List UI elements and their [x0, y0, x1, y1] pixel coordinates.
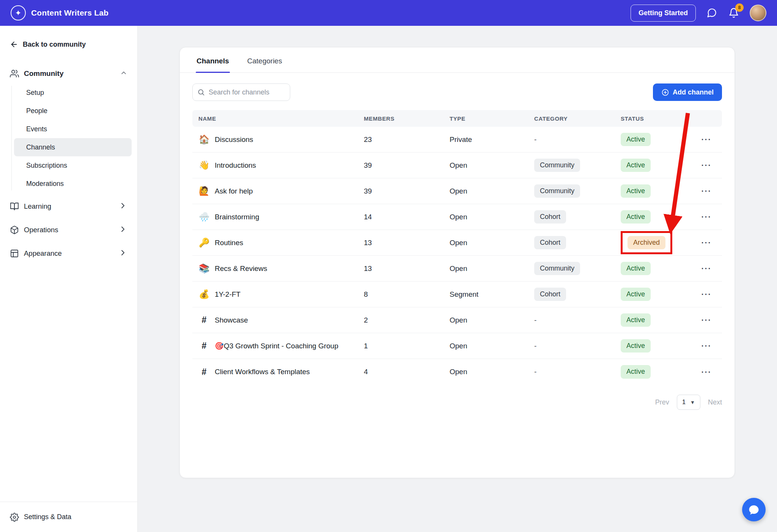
- learning-icon: [10, 202, 19, 211]
- sidebar-item-events[interactable]: Events: [14, 120, 132, 138]
- notification-count-badge: 8: [735, 3, 744, 12]
- brand-home-link[interactable]: ✦ Content Writers Lab: [11, 5, 109, 20]
- table-row[interactable]: 🔑 Routines 13 Open Cohort Archived ⋯: [192, 230, 722, 256]
- arrow-left-icon: [10, 40, 18, 49]
- table-row[interactable]: 🙋 Ask for help 39 Open Community Active …: [192, 178, 722, 204]
- sidebar-item-appearance[interactable]: Appearance: [0, 242, 137, 265]
- sidebar-item-moderations[interactable]: Moderations: [14, 175, 132, 193]
- row-actions-button[interactable]: ⋯: [698, 132, 715, 147]
- members-count: 8: [364, 290, 450, 299]
- row-actions-button[interactable]: ⋯: [698, 184, 715, 198]
- header-members: MEMBERS: [364, 115, 450, 122]
- channel-icon: #: [198, 367, 210, 377]
- category-badge: Cohort: [534, 288, 566, 301]
- category-badge: Community: [534, 262, 580, 275]
- add-channel-button[interactable]: Add channel: [653, 83, 722, 101]
- status-badge: Active: [621, 339, 651, 353]
- messages-icon[interactable]: [706, 7, 718, 19]
- page-select[interactable]: 1 ▼: [677, 395, 700, 410]
- table-row[interactable]: 🌧️ Brainstorming 14 Open Cohort Active ⋯: [192, 204, 722, 230]
- category-badge: Cohort: [534, 210, 566, 224]
- channel-icon: #: [198, 341, 210, 351]
- settings-and-data-link[interactable]: Settings & Data: [0, 502, 137, 532]
- sidebar-item-subscriptions[interactable]: Subscriptions: [14, 156, 132, 175]
- pagination: Prev 1 ▼ Next: [192, 395, 722, 410]
- sidebar-item-learning[interactable]: Learning: [0, 195, 137, 218]
- table-row[interactable]: 👋 Introductions 39 Open Community Active…: [192, 153, 722, 178]
- channel-name: Introductions: [215, 161, 256, 170]
- annotation-highlight-box: Archived: [621, 231, 672, 255]
- status-badge: Active: [621, 262, 651, 275]
- channel-icon: 🌧️: [198, 212, 210, 222]
- row-actions-button[interactable]: ⋯: [698, 209, 715, 224]
- row-actions-button[interactable]: ⋯: [698, 338, 715, 353]
- channel-icon: 🏠: [198, 134, 210, 145]
- channel-icon: #: [198, 315, 210, 325]
- operations-icon: [10, 225, 19, 235]
- category-badge: -: [534, 316, 536, 324]
- channel-type: Open: [450, 264, 534, 273]
- community-subnav: Setup People Events Channels Subscriptio…: [11, 83, 137, 193]
- table-row[interactable]: # 🎯Q3 Growth Sprint - Coaching Group 1 O…: [192, 333, 722, 359]
- sidebar-section-community[interactable]: Community: [0, 65, 137, 82]
- user-avatar[interactable]: [750, 5, 766, 21]
- channel-name: Showcase: [215, 316, 248, 324]
- table-row[interactable]: # Client Workflows & Templates 4 Open - …: [192, 359, 722, 385]
- plus-circle-icon: [661, 88, 669, 96]
- status-badge: Active: [621, 288, 651, 301]
- prev-button[interactable]: Prev: [655, 398, 669, 406]
- table-header-row: NAME MEMBERS TYPE CATEGORY STATUS: [192, 110, 722, 127]
- table-row[interactable]: 🏠 Discussions 23 Private - Active ⋯: [192, 127, 722, 153]
- channel-type: Segment: [450, 290, 534, 299]
- header-status: STATUS: [621, 115, 697, 122]
- category-badge: Community: [534, 159, 580, 172]
- members-count: 4: [364, 368, 450, 376]
- main-content: Channels Categories Add channel NAME MEM…: [138, 26, 777, 532]
- channel-name: Discussions: [215, 135, 253, 144]
- channel-name: Recs & Reviews: [215, 264, 267, 273]
- row-actions-button[interactable]: ⋯: [698, 313, 715, 327]
- gear-icon: [10, 513, 19, 522]
- tab-channels[interactable]: Channels: [196, 47, 230, 72]
- sidebar-item-channels[interactable]: Channels: [14, 138, 132, 156]
- channel-type: Open: [450, 342, 534, 350]
- row-actions-button[interactable]: ⋯: [698, 158, 715, 173]
- members-count: 13: [364, 264, 450, 273]
- members-count: 2: [364, 316, 450, 324]
- table-row[interactable]: # Showcase 2 Open - Active ⋯: [192, 307, 722, 333]
- next-button[interactable]: Next: [708, 398, 722, 406]
- tab-categories[interactable]: Categories: [247, 47, 283, 72]
- table-row[interactable]: 💰 1Y-2-FT 8 Segment Cohort Active ⋯: [192, 282, 722, 307]
- channel-search: [192, 83, 290, 101]
- members-count: 1: [364, 342, 450, 350]
- row-actions-button[interactable]: ⋯: [698, 287, 715, 302]
- chevron-up-icon: [120, 69, 127, 78]
- community-name: Content Writers Lab: [31, 8, 109, 17]
- row-actions-button[interactable]: ⋯: [698, 261, 715, 276]
- search-input[interactable]: [192, 83, 290, 101]
- status-badge: Active: [621, 184, 651, 198]
- sidebar-item-setup[interactable]: Setup: [14, 83, 132, 102]
- sidebar-item-people[interactable]: People: [14, 102, 132, 120]
- chevron-right-icon: [118, 225, 127, 235]
- channel-type: Open: [450, 368, 534, 376]
- channel-icon: 📚: [198, 263, 210, 274]
- row-actions-button[interactable]: ⋯: [698, 365, 715, 379]
- search-icon: [197, 88, 205, 96]
- channel-icon: 🔑: [198, 238, 210, 248]
- channel-name: 1Y-2-FT: [215, 290, 241, 299]
- sidebar-item-operations[interactable]: Operations: [0, 219, 137, 241]
- chat-launcher-button[interactable]: [742, 498, 766, 521]
- table-row[interactable]: 📚 Recs & Reviews 13 Open Community Activ…: [192, 256, 722, 282]
- notifications-bell-icon[interactable]: 8: [728, 7, 740, 19]
- channels-card: Channels Categories Add channel NAME MEM…: [179, 47, 735, 478]
- getting-started-button[interactable]: Getting Started: [631, 5, 696, 22]
- category-badge: -: [534, 368, 536, 376]
- back-to-community-link[interactable]: Back to community: [0, 26, 137, 52]
- channel-icon: 👋: [198, 160, 210, 170]
- topbar: ✦ Content Writers Lab Getting Started 8: [0, 0, 777, 26]
- chevron-right-icon: [118, 201, 127, 212]
- row-actions-button[interactable]: ⋯: [698, 235, 715, 250]
- members-count: 39: [364, 187, 450, 195]
- channel-type: Open: [450, 187, 534, 195]
